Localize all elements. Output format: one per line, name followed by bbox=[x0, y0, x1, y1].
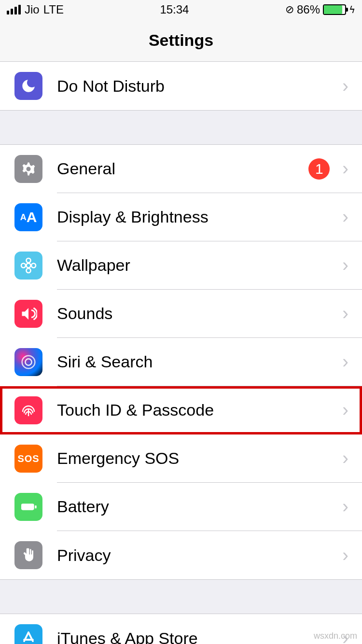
chevron-right-icon: › bbox=[338, 255, 352, 276]
svg-point-0 bbox=[27, 264, 31, 268]
watermark: wsxdn.com bbox=[314, 631, 357, 641]
chevron-right-icon: › bbox=[338, 400, 352, 420]
charging-icon: ϟ bbox=[349, 4, 355, 15]
row-display-brightness[interactable]: AA Display & Brightness › bbox=[0, 193, 362, 241]
row-battery[interactable]: Battery › bbox=[0, 483, 362, 531]
nav-bar: Settings bbox=[0, 19, 362, 62]
carrier-label: Jio bbox=[25, 3, 40, 16]
row-do-not-disturb[interactable]: Do Not Disturb › bbox=[0, 62, 362, 110]
moon-icon bbox=[14, 72, 42, 100]
row-label: Privacy bbox=[57, 546, 338, 565]
orientation-lock-icon: ⊘ bbox=[285, 3, 294, 16]
page-title: Settings bbox=[149, 31, 213, 50]
network-label: LTE bbox=[43, 3, 64, 16]
sos-icon-text: SOS bbox=[17, 453, 39, 464]
row-label: Battery bbox=[57, 497, 338, 516]
svg-point-1 bbox=[27, 258, 31, 263]
speaker-icon bbox=[14, 300, 42, 328]
battery-percent: 86% bbox=[297, 3, 320, 16]
battery-icon bbox=[14, 493, 42, 521]
chevron-right-icon: › bbox=[338, 303, 352, 324]
row-label: Touch ID & Passcode bbox=[57, 401, 338, 420]
settings-group-3: iTunes & App Store › bbox=[0, 614, 362, 644]
row-privacy[interactable]: Privacy › bbox=[0, 531, 362, 579]
chevron-right-icon: › bbox=[338, 545, 352, 566]
text-size-icon: AA bbox=[14, 203, 42, 231]
svg-point-3 bbox=[21, 264, 26, 268]
chevron-right-icon: › bbox=[338, 496, 352, 517]
row-label: iTunes & App Store bbox=[57, 629, 338, 644]
row-wallpaper[interactable]: Wallpaper › bbox=[0, 241, 362, 290]
chevron-right-icon: › bbox=[338, 448, 352, 469]
row-emergency-sos[interactable]: SOS Emergency SOS › bbox=[0, 434, 362, 483]
svg-point-2 bbox=[27, 268, 31, 273]
signal-icon bbox=[7, 5, 21, 14]
chevron-right-icon: › bbox=[338, 207, 352, 227]
row-sounds[interactable]: Sounds › bbox=[0, 290, 362, 338]
row-itunes-appstore[interactable]: iTunes & App Store › bbox=[0, 614, 362, 644]
fingerprint-icon bbox=[14, 396, 42, 424]
settings-group-2: General 1 › AA Display & Brightness › Wa… bbox=[0, 145, 362, 579]
status-bar: Jio LTE 15:34 ⊘ 86% ϟ bbox=[0, 0, 362, 19]
sos-icon: SOS bbox=[14, 445, 42, 473]
chevron-right-icon: › bbox=[338, 351, 352, 372]
row-label: Do Not Disturb bbox=[57, 77, 338, 96]
status-left: Jio LTE bbox=[7, 3, 64, 16]
row-siri-search[interactable]: Siri & Search › bbox=[0, 338, 362, 386]
row-label: General bbox=[57, 159, 308, 178]
row-general[interactable]: General 1 › bbox=[0, 145, 362, 193]
siri-icon bbox=[14, 348, 42, 376]
row-label: Emergency SOS bbox=[57, 449, 338, 468]
hand-icon bbox=[14, 541, 42, 569]
chevron-right-icon: › bbox=[338, 76, 352, 97]
notification-badge: 1 bbox=[308, 158, 330, 180]
svg-point-5 bbox=[22, 356, 35, 369]
row-label: Siri & Search bbox=[57, 352, 338, 371]
chevron-right-icon: › bbox=[338, 158, 352, 179]
clock: 15:34 bbox=[160, 3, 189, 16]
svg-rect-7 bbox=[21, 504, 34, 510]
flower-icon bbox=[14, 252, 42, 280]
svg-rect-8 bbox=[35, 505, 36, 509]
gear-icon bbox=[14, 155, 42, 183]
svg-point-6 bbox=[25, 359, 31, 365]
row-touch-id-passcode[interactable]: Touch ID & Passcode › bbox=[0, 386, 362, 434]
row-label: Sounds bbox=[57, 304, 338, 323]
settings-group-1: Do Not Disturb › bbox=[0, 62, 362, 110]
status-right: ⊘ 86% ϟ bbox=[285, 3, 355, 16]
row-label: Display & Brightness bbox=[57, 208, 338, 226]
group-separator bbox=[0, 110, 362, 145]
row-label: Wallpaper bbox=[57, 256, 338, 275]
appstore-icon bbox=[14, 624, 42, 644]
battery-icon bbox=[323, 4, 346, 15]
svg-point-4 bbox=[31, 264, 36, 268]
group-separator bbox=[0, 579, 362, 614]
